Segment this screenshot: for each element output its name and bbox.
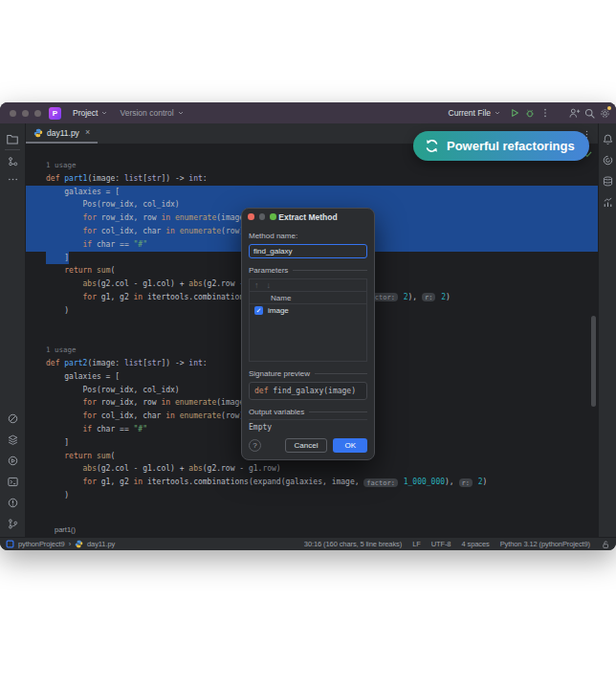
code-with-me-icon[interactable] <box>566 105 582 121</box>
status-item[interactable]: 30:16 (160 chars, 5 line breaks) <box>304 540 402 548</box>
parameters-toolbar: ↑ ↓ <box>249 278 367 291</box>
output-variables-value: Empty <box>249 419 367 432</box>
banner-label: Powerful refactorings <box>447 139 575 153</box>
breadcrumb-separator: › <box>69 540 71 548</box>
chevron-down-icon <box>100 109 108 117</box>
chevron-down-icon <box>494 109 501 117</box>
parameter-hint: factor: <box>363 478 398 487</box>
version-control-label: Version control <box>120 108 173 118</box>
settings-gear-icon[interactable] <box>597 105 612 121</box>
terminal-icon[interactable] <box>5 474 20 489</box>
run-configuration-label: Current File <box>449 108 491 118</box>
status-item[interactable]: 4 spaces <box>461 540 489 548</box>
ok-button[interactable]: OK <box>333 438 367 453</box>
chevron-down-icon <box>177 109 185 117</box>
status-item[interactable]: LF <box>412 540 421 548</box>
editor-scrollbar[interactable] <box>591 316 596 407</box>
parameters-empty-area <box>250 317 366 361</box>
left-tool-strip <box>0 123 26 537</box>
coverage-chart-icon[interactable] <box>600 194 615 210</box>
move-down-icon[interactable]: ↓ <box>267 280 272 290</box>
output-section-label: Output variables <box>249 408 367 416</box>
signature-section-label: Signature preview <box>249 369 367 378</box>
parameters-header: Name <box>250 292 366 304</box>
code-line[interactable]: for g1, g2 in itertools.combinations(exp… <box>26 476 598 489</box>
version-control-branch-icon[interactable] <box>5 516 20 531</box>
lock-open-icon[interactable] <box>601 540 610 549</box>
problems-icon[interactable] <box>5 495 20 510</box>
parameter-name: image <box>268 306 289 315</box>
code-line[interactable]: def part1(image: list[str]) -> int: <box>26 172 598 186</box>
minimize-window-icon[interactable] <box>22 110 29 117</box>
dialog-title: Extract Method <box>242 212 374 222</box>
parameters-table: Name ✓image <box>249 291 367 362</box>
code-line[interactable]: abs(g2.col - g1.col) + abs(g2.row - g1.r… <box>26 462 598 476</box>
status-file[interactable]: day11.py <box>87 540 115 548</box>
python-file-icon <box>33 128 43 138</box>
method-name-label: Method name: <box>249 232 367 240</box>
ai-assistant-icon[interactable] <box>600 152 615 167</box>
help-button[interactable]: ? <box>249 439 261 452</box>
more-icon[interactable] <box>5 171 20 187</box>
debug-bug-icon[interactable] <box>522 105 538 121</box>
breadcrumb[interactable]: part1() <box>26 522 598 537</box>
code-line[interactable]: galaxies = [ <box>26 186 598 199</box>
search-everywhere-icon[interactable] <box>582 105 597 121</box>
database-icon[interactable] <box>600 173 615 189</box>
signature-preview: def find_galaxy(image) <box>249 382 367 400</box>
run-circle-icon[interactable] <box>5 453 20 468</box>
pycharm-logo[interactable]: P <box>49 107 61 120</box>
refactoring-promo-banner[interactable]: Powerful refactorings <box>413 131 589 161</box>
python-console-icon[interactable] <box>5 411 20 426</box>
circular-arrows-refactor-icon <box>424 138 440 154</box>
parameter-hint: r: <box>422 293 435 301</box>
parameter-checkbox[interactable]: ✓ <box>254 306 263 315</box>
strip-divider <box>5 149 20 150</box>
tab-day11-py[interactable]: day11.py × <box>26 123 98 144</box>
project-widget-label: Project <box>73 108 98 118</box>
run-icon[interactable] <box>507 105 522 121</box>
structure-icon[interactable] <box>5 153 20 168</box>
run-configuration-widget[interactable]: Current File <box>443 102 507 123</box>
close-window-icon[interactable] <box>10 110 16 117</box>
code-line[interactable]: ) <box>26 489 598 502</box>
folder-icon[interactable] <box>5 131 20 146</box>
tool-window-square-icon[interactable] <box>6 540 14 548</box>
window-controls[interactable] <box>10 110 41 117</box>
close-tab-icon[interactable]: × <box>85 128 90 137</box>
status-project[interactable]: pythonProject9 <box>18 540 65 548</box>
status-item[interactable]: UTF-8 <box>431 540 451 548</box>
method-name-value: find_galaxy <box>253 247 292 256</box>
status-item[interactable]: Python 3.12 (pythonProject9) <box>500 540 590 548</box>
breadcrumb-label: part1() <box>29 525 76 534</box>
status-bar: pythonProject9 › day11.py 30:16 (160 cha… <box>0 537 616 550</box>
zoom-window-icon[interactable] <box>34 110 41 117</box>
parameter-row[interactable]: ✓image <box>250 304 366 317</box>
project-widget[interactable]: Project <box>67 102 114 123</box>
parameters-section-label: Parameters <box>249 266 367 275</box>
cancel-button[interactable]: Cancel <box>285 438 328 453</box>
move-up-icon[interactable]: ↑ <box>254 280 259 290</box>
python-packages-icon[interactable] <box>5 432 20 447</box>
notifications-bell-icon[interactable] <box>600 131 615 146</box>
dialog-titlebar: Extract Method <box>242 209 374 225</box>
more-actions-icon[interactable] <box>538 105 553 121</box>
settings-update-badge <box>607 106 611 110</box>
extract-method-dialog: Extract Method Method name: find_galaxy … <box>241 208 375 460</box>
main-toolbar: P Project Version control Current File <box>0 102 616 123</box>
code-line[interactable]: 1 usage <box>26 159 598 172</box>
python-file-icon <box>75 540 83 548</box>
version-control-widget[interactable]: Version control <box>114 102 189 123</box>
right-tool-strip <box>598 123 616 537</box>
method-name-input[interactable]: find_galaxy <box>249 244 367 258</box>
ide-window: P Project Version control Current File <box>0 102 616 550</box>
tab-label: day11.py <box>47 128 79 138</box>
parameter-hint: r: <box>459 478 473 487</box>
